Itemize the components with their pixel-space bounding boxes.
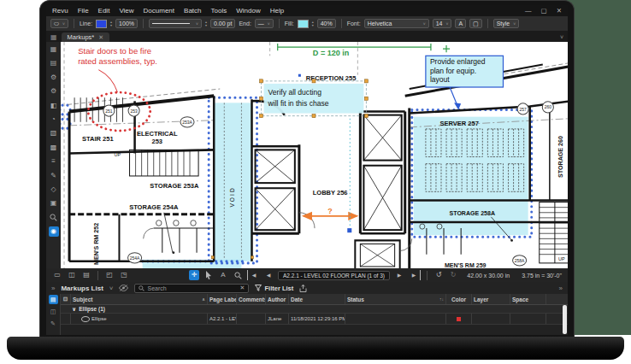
equip-callout-markup[interactable]: Provide enlarged plan for equip. layout [426, 56, 504, 109]
font-dropdown[interactable]: Helvetica ˅ [364, 19, 429, 28]
chevron-down-icon[interactable]: ˅ [109, 285, 114, 292]
line-width-stepper[interactable]: ▴▾ [205, 21, 207, 27]
file-access-icon[interactable]: ▤ [49, 58, 59, 68]
red-cloud-markup[interactable] [88, 92, 150, 131]
line-color-swatch[interactable] [96, 20, 107, 28]
tool-chest-icon[interactable]: ◧ [49, 101, 59, 111]
menu-view[interactable]: View [119, 7, 133, 15]
panel-expand-icon[interactable]: » [51, 285, 55, 292]
dimension-markup[interactable]: D = 120 in [278, 44, 450, 57]
next-page-icon[interactable]: ▶ [394, 270, 404, 280]
column-layer[interactable]: Layer [472, 294, 510, 304]
markup-tool-dropdown[interactable]: ⬭ ˅ [50, 19, 68, 28]
export-icon[interactable] [299, 285, 307, 292]
multi-page-icon[interactable]: ▤ [81, 270, 91, 280]
side-by-side-icon[interactable]: ◫ [67, 270, 77, 280]
menu-document[interactable]: Document [144, 7, 174, 15]
hide-markups-icon[interactable] [119, 285, 128, 291]
search-icon[interactable] [49, 213, 59, 223]
fire-note-line1[interactable]: Stair doors to be fire [78, 46, 151, 56]
text-select-tool-icon[interactable]: A [218, 270, 228, 280]
rotate-cw-icon[interactable]: ↻ [448, 270, 458, 280]
markup-row-ellipse[interactable]: Ellipse A2.2.1 - LEVE... JLane 11/18/202… [61, 314, 568, 325]
fullscreen-icon[interactable]: ◳ [119, 270, 129, 280]
column-author[interactable]: Author [266, 294, 289, 304]
split-view-icon[interactable]: ◰ [104, 270, 115, 280]
select-all-checkbox[interactable]: ⊟ [61, 294, 71, 304]
clear-search-icon[interactable]: ✕ [240, 285, 245, 291]
menu-batch[interactable]: Batch [184, 7, 201, 15]
rotate-ccw-icon[interactable]: ↺ [433, 270, 444, 280]
search-box[interactable]: Search ✕ [134, 284, 249, 293]
document-canvas[interactable]: Stair doors to be fire rated assemblies,… [61, 42, 568, 268]
tab-overflow-chevron-icon[interactable]: ˅ [560, 34, 563, 40]
stamps-icon[interactable]: ◇ [49, 185, 59, 195]
preferences-icon[interactable]: ⚙ [49, 86, 59, 97]
fill-opacity-stepper[interactable]: ▴▾ [312, 21, 314, 27]
fire-rating-markup[interactable]: Stair doors to be fire rated assemblies,… [78, 46, 157, 131]
close-button[interactable]: ✕ [557, 7, 562, 15]
anchor-handle[interactable] [347, 228, 351, 232]
menu-file[interactable]: File [78, 7, 89, 15]
pan-tool-icon[interactable]: ✛ [189, 270, 199, 280]
minimize-button[interactable]: — [525, 7, 532, 15]
line-opacity-stepper[interactable]: ▴▾ [110, 21, 112, 27]
column-space[interactable]: Space [510, 294, 546, 304]
panel-collapse-icon[interactable]: » [559, 285, 563, 292]
settings-icon[interactable]: ⚙ [49, 73, 59, 83]
style-dropdown[interactable]: Style ˅ [493, 19, 519, 28]
fill-opacity-value[interactable]: 40% [317, 19, 336, 28]
tab-markups[interactable]: Markups* ✕ [62, 32, 110, 42]
restore-button[interactable]: ▢ [541, 7, 547, 15]
studio-icon[interactable]: ◉ [49, 226, 59, 237]
tab-close-icon[interactable]: ✕ [98, 34, 103, 41]
markups-list-title[interactable]: Markups List [61, 285, 103, 292]
first-page-icon[interactable]: ◀ [247, 270, 259, 280]
text-style-button[interactable]: A [455, 19, 466, 28]
column-comments[interactable]: Comments [237, 294, 266, 304]
markups-list-icon[interactable]: ≡ [49, 156, 59, 167]
font-size-dropdown[interactable]: 14 ˅ [433, 19, 452, 28]
group-row-ellipse[interactable]: ∨ Ellipse (1) [61, 305, 568, 314]
chase-highlight[interactable] [214, 103, 251, 261]
profile-icon[interactable]: ◔ [49, 114, 59, 125]
color-swatch[interactable] [457, 317, 461, 321]
panel-toggle-icon[interactable]: ▦ [50, 33, 57, 41]
menu-edit[interactable]: Edit [98, 7, 110, 15]
dimension-label[interactable]: D = 120 in [313, 49, 350, 57]
fire-note-line2[interactable]: rated assemblies, typ. [78, 56, 157, 66]
thumbnails-icon[interactable]: ▦ [49, 44, 59, 55]
table-scrollbar[interactable] [563, 305, 567, 334]
last-page-icon[interactable]: ▶ [409, 270, 421, 280]
column-page-label[interactable]: Page Label [208, 294, 237, 304]
media-icon[interactable]: ▧ [49, 128, 59, 138]
line-opacity-value[interactable]: 100% [115, 19, 138, 28]
column-color[interactable]: Color [446, 294, 472, 304]
column-date[interactable]: Date [289, 294, 345, 304]
markups-list-tab-icon[interactable]: ▤ [49, 295, 58, 304]
line-width-value[interactable]: 0.00 pt [210, 19, 235, 28]
summary-tab-icon[interactable]: ◫ [49, 307, 58, 316]
line-style-dropdown[interactable]: ˅ [149, 19, 202, 28]
single-page-icon[interactable]: ▭ [52, 270, 62, 280]
menu-help[interactable]: Help [270, 7, 284, 15]
page-indicator[interactable]: A2.2.1 - LEVEL 02 FLOOR PLAN (1 of 3) [278, 271, 390, 280]
text-box-button[interactable]: ▢ [469, 19, 482, 28]
filter-list-button[interactable]: Filter List [255, 285, 293, 292]
menu-tools[interactable]: Tools [211, 7, 227, 15]
zoom-tool-icon[interactable] [233, 270, 243, 280]
column-subject[interactable]: Subject∧ [71, 294, 208, 304]
fill-color-swatch[interactable] [298, 20, 309, 28]
previous-page-icon[interactable]: ◀ [263, 270, 274, 280]
select-tool-icon[interactable] [203, 270, 214, 280]
line-end-dropdown[interactable]: — ˅ [255, 19, 274, 28]
measurements-icon[interactable]: ▩ [49, 143, 59, 153]
menu-revu[interactable]: Revu [52, 7, 68, 15]
annotate-tab-icon[interactable]: ✎ [49, 319, 58, 328]
markup-pen-icon[interactable]: ✎ [49, 171, 59, 181]
group-collapse-icon[interactable]: ∨ [72, 306, 76, 313]
menu-window[interactable]: Window [236, 7, 260, 15]
tool-sets-icon[interactable]: ▣ [49, 198, 59, 208]
row-checkbox[interactable] [61, 314, 71, 324]
column-status[interactable]: Status↑↓ [345, 294, 446, 304]
